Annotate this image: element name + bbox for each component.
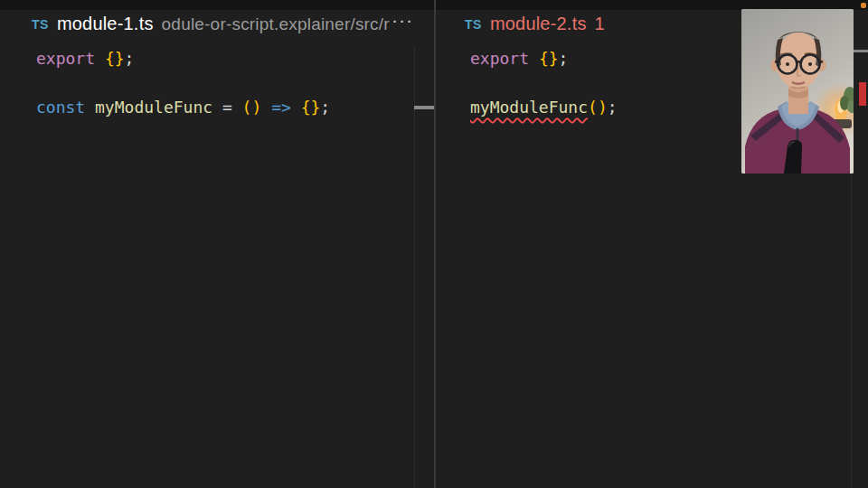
tab-problem-count-badge: 1	[595, 14, 605, 34]
code-editor-left[interactable]: export {}; const myModuleFunc = () => {}…	[36, 46, 330, 119]
code-token-function: myModuleFunc	[470, 98, 588, 117]
eye	[808, 62, 812, 66]
tab-module-1[interactable]: TS module-1.ts odule-or-script.explainer…	[32, 14, 390, 34]
code-token-bracket: {}	[105, 49, 125, 68]
code-token-plain	[232, 98, 242, 117]
webcam-overlay	[741, 9, 854, 174]
typescript-file-icon: TS	[465, 17, 482, 32]
code-line[interactable]	[36, 70, 330, 95]
neck	[788, 85, 808, 114]
more-actions-ellipsis-icon[interactable]: ···	[392, 9, 413, 31]
code-line[interactable]: const myModuleFunc = () => {};	[36, 95, 330, 119]
editor-split-divider[interactable]	[434, 0, 436, 488]
code-token-keyword: export	[36, 49, 95, 68]
code-line[interactable]	[470, 70, 618, 95]
code-token-plain	[95, 49, 105, 68]
tab-path-description: odule-or-script.explainer/src/r	[162, 14, 390, 34]
code-token-bracket: {}	[539, 49, 559, 68]
overview-ruler-error-marker	[859, 82, 866, 106]
code-token-arrow: =>	[271, 98, 291, 117]
code-token-plain	[85, 98, 95, 117]
code-token-plain	[261, 98, 271, 117]
code-token-plain	[291, 98, 301, 117]
presenter-video	[741, 9, 854, 174]
overview-ruler-border-left	[414, 47, 415, 488]
code-token-storage: const	[36, 98, 85, 117]
tab-filename: module-1.ts	[57, 14, 154, 34]
typescript-file-icon: TS	[32, 17, 49, 32]
code-token-plain: ;	[125, 49, 135, 68]
eye	[786, 62, 789, 66]
modified-indicator-dot	[861, 3, 866, 8]
overview-ruler-cursor-marker-left	[414, 106, 434, 109]
tab-filename-error: module-2.ts	[490, 14, 587, 34]
code-token-plain	[529, 49, 539, 68]
overview-ruler-cursor-marker-right	[852, 50, 868, 52]
code-token-bracket: ()	[588, 98, 608, 117]
code-token-keyword: export	[470, 49, 529, 68]
code-token-plain: ;	[559, 49, 569, 68]
code-token-plain: =	[222, 98, 232, 117]
code-token-plain	[212, 98, 222, 117]
code-token-bracket: ()	[242, 98, 262, 117]
code-token-plain: ;	[320, 98, 330, 117]
code-line[interactable]: myModuleFunc();	[470, 95, 618, 119]
code-token-plain: ;	[608, 98, 618, 117]
code-editor-right[interactable]: export {}; myModuleFunc();	[470, 46, 618, 119]
tab-module-2[interactable]: TS module-2.ts 1	[465, 14, 605, 34]
code-line[interactable]: export {};	[36, 46, 330, 70]
code-line[interactable]: export {};	[470, 46, 618, 70]
code-token-function: myModuleFunc	[95, 98, 212, 117]
code-token-bracket: {}	[301, 98, 321, 117]
